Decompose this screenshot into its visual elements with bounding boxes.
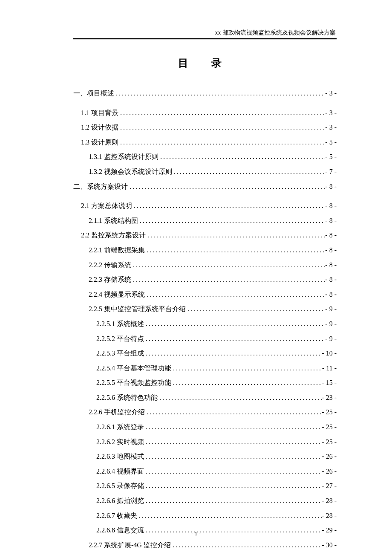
toc-entry: 1.3.2 视频会议系统设计原则- 7 -	[73, 166, 337, 177]
toc-entry: 2.2.5.2 平台特点- 9 -	[73, 333, 337, 344]
toc-entry-page: - 8 -	[325, 274, 337, 285]
toc-entry: 2.2.4 视频显示系统- 8 -	[73, 289, 337, 300]
toc-entry-label: 2.2.5 集中监控管理系统平台介绍	[89, 304, 186, 315]
toc-entry: 2.2.6.5 录像存储- 27 -	[73, 480, 337, 491]
toc-entry-label: 一、项目概述	[73, 88, 114, 99]
toc-entry-page: - 28 -	[322, 510, 337, 521]
toc-leader-dots	[158, 392, 322, 403]
toc-leader-dots	[144, 348, 322, 359]
toc-leader-dots	[172, 166, 325, 177]
toc-leader-dots	[118, 137, 325, 148]
toc-leader-dots	[144, 495, 322, 506]
toc-leader-dots	[146, 230, 325, 241]
toc-entry-label: 2.2.5.6 系统特色功能	[96, 392, 158, 403]
toc-leader-dots	[118, 107, 325, 119]
toc-leader-dots	[171, 540, 322, 551]
toc-leader-dots	[138, 215, 325, 226]
toc-leader-dots	[144, 422, 322, 433]
toc-leader-dots	[144, 466, 322, 477]
toc-entry-label: 2.2.7 系统扩展-4G 监控介绍	[89, 540, 171, 551]
toc-entry-page: - 26 -	[322, 466, 337, 477]
toc-leader-dots	[144, 480, 322, 491]
toc-entry: 2.2.6.2 实时视频- 25 -	[73, 436, 337, 448]
toc-entry-label: 二、系统方案设计	[73, 181, 128, 192]
toc-leader-dots	[186, 304, 325, 315]
toc-entry: 2.2.5.5 平台视频监控功能- 15 -	[73, 377, 337, 388]
toc-entry-page: - 11 -	[322, 363, 337, 374]
toc-leader-dots	[145, 289, 325, 300]
toc-entry: 1.3 设计原则 - 5 -	[73, 137, 337, 148]
toc-entry: 2.2.6.7 收藏夹- 28 -	[73, 510, 337, 521]
toc-container: 一、项目概述- 3 -1.1 项目背景 - 3 -1.2 设计依据 - 3 -1…	[73, 88, 337, 550]
toc-leader-dots	[118, 122, 325, 133]
toc-leader-dots	[144, 318, 325, 330]
toc-leader-dots	[159, 151, 325, 162]
toc-entry-page: - 8 -	[325, 289, 337, 300]
toc-entry: 二、系统方案设计- 8 -	[73, 181, 337, 192]
toc-entry-label: 2.2.5.2 平台特点	[96, 333, 144, 344]
toc-entry: 2.2.5.3 平台组成- 10 -	[73, 348, 337, 359]
toc-entry: 1.1 项目背景 - 3 -	[73, 107, 337, 119]
toc-entry-page: - 25 -	[322, 436, 337, 448]
toc-leader-dots	[132, 200, 325, 211]
toc-entry-page: - 28 -	[322, 495, 337, 506]
toc-entry: 2.2.6.6 抓拍浏览- 28 -	[73, 495, 337, 506]
toc-entry-page: - 5 -	[325, 151, 337, 162]
toc-entry-page: - 8 -	[325, 215, 337, 226]
toc-entry: 2.2.1 前端数据采集- 8 -	[73, 245, 337, 256]
toc-leader-dots	[144, 451, 322, 462]
toc-entry: 2.2.2 传输系统- 8 -	[73, 260, 337, 271]
toc-entry: 2.2.6 手机监控介绍- 25 -	[73, 407, 337, 418]
toc-entry-label: 2.1.1 系统结构图	[89, 215, 138, 226]
toc-entry-label: 2.2.3 存储系统	[89, 274, 131, 285]
toc-entry: 2.2.3 存储系统- 8 -	[73, 274, 337, 285]
toc-entry: 2.2 监控系统方案设计 - 8 -	[73, 230, 337, 241]
toc-title: 目 录	[73, 56, 337, 70]
toc-entry-label: 2.2.6 手机监控介绍	[89, 407, 145, 418]
header-rule-1	[73, 38, 337, 39]
toc-entry-page: - 5 -	[325, 137, 337, 148]
toc-entry: 2.2.6.4 视频界面- 26 -	[73, 466, 337, 477]
toc-entry-label: 2.2.6.3 地图模式	[96, 451, 144, 462]
toc-entry: 2.2.7 系统扩展-4G 监控介绍 - 30 -	[73, 540, 337, 551]
toc-entry-label: 2.2.6.2 实时视频	[96, 436, 144, 448]
toc-entry: 2.2.5 集中监控管理系统平台介绍- 9 -	[73, 304, 337, 315]
toc-leader-dots	[145, 245, 325, 256]
toc-entry-label: 2.2.6.4 视频界面	[96, 466, 144, 477]
toc-entry-page: - 26 -	[322, 451, 337, 462]
toc-entry-label: 2.2.5.3 平台组成	[96, 348, 144, 359]
toc-entry-page: - 8 -	[325, 200, 337, 211]
toc-entry-label: 2.2.5.5 平台视频监控功能	[96, 377, 171, 388]
toc-entry-page: - 30 -	[322, 540, 337, 551]
toc-leader-dots	[131, 260, 325, 271]
toc-entry-page: - 3 -	[325, 88, 337, 99]
document-header: xx 邮政物流视频监控系统及视频会议解决方案	[73, 29, 337, 37]
toc-entry: 2.2.6.1 系统登录- 25 -	[73, 422, 337, 433]
toc-entry-label: 2.1 方案总体说明	[81, 200, 132, 211]
toc-leader-dots	[137, 510, 322, 521]
toc-entry: 2.1 方案总体说明 - 8 -	[73, 200, 337, 211]
toc-entry-page: - 9 -	[325, 333, 337, 344]
page-number: - 1 -	[0, 530, 392, 537]
toc-entry: 1.2 设计依据 - 3 -	[73, 122, 337, 133]
toc-entry-label: 2.2.2 传输系统	[89, 260, 131, 271]
toc-leader-dots	[171, 363, 322, 374]
toc-entry-label: 2.2.4 视频显示系统	[89, 289, 145, 300]
toc-entry-page: - 10 -	[322, 348, 337, 359]
toc-entry: 一、项目概述- 3 -	[73, 88, 337, 99]
toc-entry-page: - 23 -	[322, 392, 337, 403]
toc-entry-page: - 9 -	[325, 318, 337, 330]
toc-entry-page: - 3 -	[325, 122, 337, 133]
toc-entry-page: - 9 -	[325, 304, 337, 315]
toc-leader-dots	[171, 377, 322, 388]
toc-entry-page: - 8 -	[325, 230, 337, 241]
toc-entry-label: 1.1 项目背景	[81, 107, 118, 119]
toc-entry: 2.1.1 系统结构图- 8 -	[73, 215, 337, 226]
toc-entry-label: 2.2.6.1 系统登录	[96, 422, 144, 433]
toc-entry-label: 1.3.1 监控系统设计原则	[89, 151, 159, 162]
toc-entry-label: 2.2.5.4 平台基本管理功能	[96, 363, 171, 374]
toc-entry-page: - 7 -	[325, 166, 337, 177]
toc-entry-label: 1.3.2 视频会议系统设计原则	[89, 166, 172, 177]
toc-entry-page: - 15 -	[322, 377, 337, 388]
toc-entry-label: 2.2.6.5 录像存储	[96, 480, 144, 491]
